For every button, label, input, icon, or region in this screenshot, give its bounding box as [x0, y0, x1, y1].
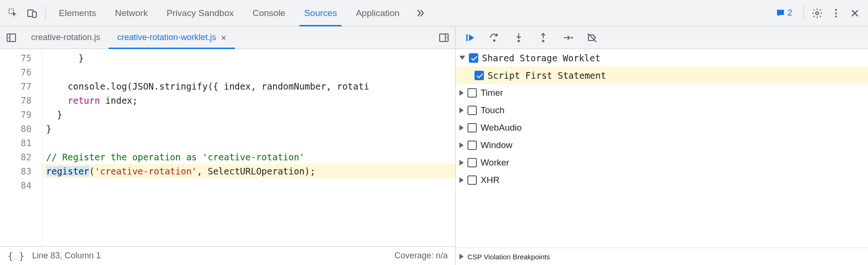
- resume-icon[interactable]: [459, 27, 480, 48]
- tab-sources[interactable]: Sources: [295, 0, 346, 26]
- breakpoint-item[interactable]: Script First Statement: [456, 66, 868, 84]
- editor-status-bar: { } Line 83, Column 1 Coverage: n/a: [0, 246, 455, 265]
- debugger-panel: Shared Storage WorkletScript First State…: [456, 26, 868, 265]
- expand-icon[interactable]: [459, 125, 464, 131]
- tab-elements[interactable]: Elements: [49, 0, 105, 26]
- step-into-icon[interactable]: [508, 27, 529, 48]
- event-breakpoints-list: Shared Storage WorkletScript First State…: [456, 49, 868, 248]
- breakpoint-item[interactable]: XHR: [456, 171, 868, 189]
- line-number[interactable]: 77: [0, 79, 32, 93]
- svg-point-11: [518, 40, 520, 42]
- csp-breakpoints-section[interactable]: CSP Violation Breakpoints: [456, 248, 868, 265]
- devtools-main-tabs: ElementsNetworkPrivacy SandboxConsoleSou…: [0, 0, 868, 26]
- code-line[interactable]: }: [46, 122, 455, 136]
- breakpoint-item[interactable]: Window: [456, 136, 868, 154]
- debugger-toggle-icon[interactable]: [433, 26, 455, 49]
- breakpoint-item[interactable]: Touch: [456, 101, 868, 119]
- debugger-toolbar: [456, 26, 868, 49]
- tab-console[interactable]: Console: [243, 0, 295, 26]
- checkbox[interactable]: [467, 141, 477, 150]
- checkbox[interactable]: [467, 175, 477, 185]
- messages-badge[interactable]: 2: [775, 8, 792, 18]
- navigator-toggle-icon[interactable]: [0, 26, 23, 49]
- svg-rect-9: [466, 34, 468, 41]
- line-number[interactable]: 84: [0, 178, 32, 192]
- expand-icon[interactable]: [459, 90, 464, 96]
- file-tab[interactable]: creative-rotation.js: [23, 26, 109, 49]
- code-line[interactable]: }: [46, 108, 455, 122]
- breakpoint-label: Shared Storage Worklet: [482, 53, 601, 63]
- svg-point-12: [542, 40, 545, 42]
- code-line[interactable]: [46, 136, 455, 150]
- device-toolbar-icon[interactable]: [23, 4, 41, 23]
- breakpoint-item[interactable]: Worker: [456, 154, 868, 171]
- code-content[interactable]: } console.log(JSON.stringify({ index, ra…: [42, 49, 455, 246]
- breakpoint-label: XHR: [481, 175, 499, 185]
- svg-point-6: [835, 16, 837, 17]
- checkbox[interactable]: [474, 71, 484, 80]
- expand-icon[interactable]: [459, 160, 464, 166]
- breakpoint-label: WebAudio: [481, 123, 522, 133]
- tab-application[interactable]: Application: [346, 0, 409, 26]
- svg-point-4: [835, 9, 837, 11]
- checkbox[interactable]: [467, 88, 477, 98]
- code-line[interactable]: [46, 65, 455, 79]
- code-line[interactable]: return index;: [46, 93, 455, 108]
- breakpoint-item[interactable]: WebAudio: [456, 119, 868, 136]
- divider: [804, 6, 804, 21]
- line-number[interactable]: 79: [0, 108, 32, 122]
- close-icon[interactable]: ×: [221, 33, 226, 42]
- more-menu-icon[interactable]: [827, 4, 845, 23]
- code-line[interactable]: console.log(JSON.stringify({ index, rand…: [46, 79, 455, 93]
- code-line[interactable]: [46, 178, 455, 192]
- tab-privacy-sandbox[interactable]: Privacy Sandbox: [157, 0, 243, 26]
- collapse-icon[interactable]: [459, 56, 465, 60]
- line-number[interactable]: 80: [0, 122, 32, 136]
- breakpoint-label: Window: [481, 140, 513, 150]
- line-number[interactable]: 76: [0, 65, 32, 79]
- breakpoint-item[interactable]: Shared Storage Worklet: [456, 49, 868, 66]
- breakpoint-label: Touch: [481, 105, 505, 116]
- step-icon[interactable]: [557, 27, 578, 48]
- format-code-icon[interactable]: { }: [8, 250, 24, 262]
- expand-icon[interactable]: [459, 108, 464, 113]
- file-tab[interactable]: creative-rotation-worklet.js×: [109, 26, 235, 49]
- checkbox[interactable]: [467, 106, 477, 115]
- more-tabs-button[interactable]: [409, 0, 431, 26]
- inspect-element-icon[interactable]: [4, 4, 23, 23]
- svg-rect-2: [32, 12, 36, 17]
- line-gutter: 75767778798081828384: [0, 49, 42, 246]
- settings-icon[interactable]: [808, 4, 827, 23]
- close-devtools-icon[interactable]: [845, 4, 864, 23]
- expand-icon: [459, 254, 464, 259]
- expand-icon[interactable]: [459, 177, 464, 183]
- cursor-position: Line 83, Column 1: [32, 251, 101, 261]
- line-number[interactable]: 82: [0, 150, 32, 164]
- file-tab-label: creative-rotation.js: [31, 33, 100, 42]
- file-tab-label: creative-rotation-worklet.js: [117, 33, 216, 42]
- divider: [45, 6, 46, 21]
- checkbox[interactable]: [467, 123, 477, 132]
- deactivate-breakpoints-icon[interactable]: [582, 27, 603, 48]
- csp-breakpoints-label: CSP Violation Breakpoints: [467, 253, 550, 261]
- file-tabs-bar: creative-rotation.jscreative-rotation-wo…: [0, 26, 455, 49]
- expand-icon[interactable]: [459, 142, 464, 148]
- code-line[interactable]: }: [46, 51, 455, 65]
- step-out-icon[interactable]: [533, 27, 554, 48]
- step-over-icon[interactable]: [484, 27, 505, 48]
- checkbox[interactable]: [469, 53, 478, 63]
- line-number[interactable]: 83: [0, 164, 32, 178]
- checkbox[interactable]: [467, 158, 477, 167]
- line-number[interactable]: 75: [0, 51, 32, 65]
- breakpoint-item[interactable]: Timer: [456, 84, 868, 101]
- code-line[interactable]: // Register the operation as 'creative-r…: [46, 150, 455, 164]
- line-number[interactable]: 81: [0, 136, 32, 150]
- svg-point-13: [571, 37, 573, 39]
- breakpoint-label: Worker: [481, 157, 509, 168]
- tab-network[interactable]: Network: [105, 0, 157, 26]
- line-number[interactable]: 78: [0, 93, 32, 108]
- sources-panel: creative-rotation.jscreative-rotation-wo…: [0, 26, 456, 265]
- code-editor[interactable]: 75767778798081828384 } console.log(JSON.…: [0, 49, 455, 246]
- svg-point-5: [835, 12, 837, 14]
- code-line[interactable]: register('creative-rotation', SelectURLO…: [42, 164, 455, 178]
